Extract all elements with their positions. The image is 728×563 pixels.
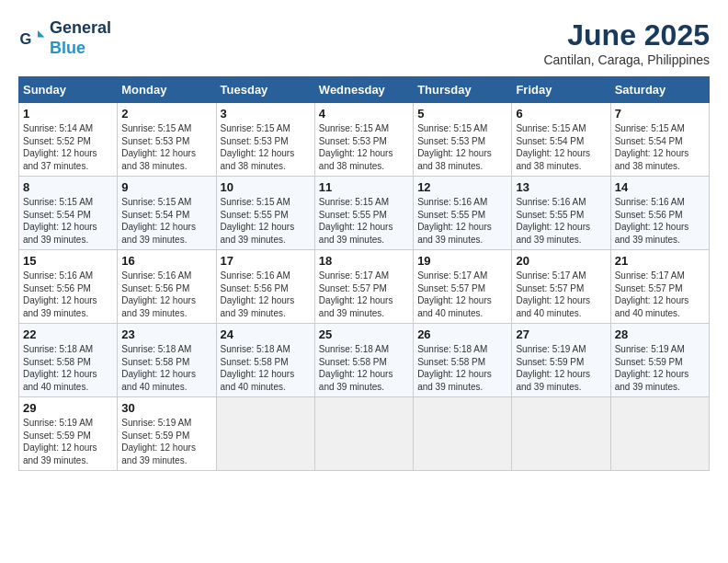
table-row bbox=[414, 397, 512, 471]
day-number: 13 bbox=[516, 180, 606, 194]
table-row: 9 Sunrise: 5:15 AM Sunset: 5:54 PM Dayli… bbox=[118, 177, 216, 250]
table-row: 5 Sunrise: 5:15 AM Sunset: 5:53 PM Dayli… bbox=[414, 103, 512, 177]
header-tuesday: Tuesday bbox=[216, 77, 314, 103]
table-row: 21 Sunrise: 5:17 AM Sunset: 5:57 PM Dayl… bbox=[610, 250, 709, 324]
day-number: 20 bbox=[516, 254, 606, 268]
day-number: 3 bbox=[221, 107, 311, 121]
page-header: G GeneralBlue June 2025 Cantilan, Caraga… bbox=[18, 18, 710, 67]
day-number: 7 bbox=[615, 107, 705, 121]
header-monday: Monday bbox=[118, 77, 216, 103]
table-row: 29 Sunrise: 5:19 AM Sunset: 5:59 PM Dayl… bbox=[19, 397, 118, 471]
calendar-week-row: 1 Sunrise: 5:14 AM Sunset: 5:52 PM Dayli… bbox=[19, 103, 710, 177]
day-info: Sunrise: 5:16 AM Sunset: 5:56 PM Dayligh… bbox=[221, 270, 311, 319]
table-row: 12 Sunrise: 5:16 AM Sunset: 5:55 PM Dayl… bbox=[414, 177, 512, 250]
calendar-week-row: 22 Sunrise: 5:18 AM Sunset: 5:58 PM Dayl… bbox=[19, 324, 710, 397]
day-info: Sunrise: 5:15 AM Sunset: 5:53 PM Dayligh… bbox=[417, 122, 507, 172]
day-number: 14 bbox=[615, 180, 705, 194]
table-row: 6 Sunrise: 5:15 AM Sunset: 5:54 PM Dayli… bbox=[512, 103, 610, 177]
day-number: 30 bbox=[121, 401, 211, 415]
table-row: 13 Sunrise: 5:16 AM Sunset: 5:55 PM Dayl… bbox=[512, 177, 610, 250]
day-info: Sunrise: 5:18 AM Sunset: 5:58 PM Dayligh… bbox=[121, 343, 211, 393]
table-row: 8 Sunrise: 5:15 AM Sunset: 5:54 PM Dayli… bbox=[19, 177, 118, 250]
weekday-header-row: Sunday Monday Tuesday Wednesday Thursday… bbox=[19, 77, 710, 103]
table-row: 18 Sunrise: 5:17 AM Sunset: 5:57 PM Dayl… bbox=[314, 250, 413, 324]
table-row: 28 Sunrise: 5:19 AM Sunset: 5:59 PM Dayl… bbox=[610, 324, 709, 397]
day-info: Sunrise: 5:19 AM Sunset: 5:59 PM Dayligh… bbox=[23, 417, 113, 466]
day-number: 29 bbox=[23, 401, 113, 415]
day-number: 28 bbox=[615, 327, 705, 341]
day-info: Sunrise: 5:18 AM Sunset: 5:58 PM Dayligh… bbox=[319, 343, 409, 393]
day-info: Sunrise: 5:15 AM Sunset: 5:54 PM Dayligh… bbox=[23, 196, 113, 246]
day-number: 10 bbox=[221, 180, 311, 194]
day-info: Sunrise: 5:15 AM Sunset: 5:55 PM Dayligh… bbox=[319, 196, 409, 246]
table-row bbox=[512, 397, 610, 471]
table-row: 2 Sunrise: 5:15 AM Sunset: 5:53 PM Dayli… bbox=[118, 103, 216, 177]
day-info: Sunrise: 5:15 AM Sunset: 5:53 PM Dayligh… bbox=[221, 122, 311, 172]
calendar-week-row: 15 Sunrise: 5:16 AM Sunset: 5:56 PM Dayl… bbox=[19, 250, 710, 324]
table-row bbox=[610, 397, 709, 471]
day-number: 15 bbox=[23, 254, 113, 268]
day-info: Sunrise: 5:18 AM Sunset: 5:58 PM Dayligh… bbox=[221, 343, 311, 393]
table-row: 3 Sunrise: 5:15 AM Sunset: 5:53 PM Dayli… bbox=[216, 103, 314, 177]
header-wednesday: Wednesday bbox=[314, 77, 413, 103]
day-number: 16 bbox=[121, 254, 211, 268]
day-number: 17 bbox=[221, 254, 311, 268]
table-row: 1 Sunrise: 5:14 AM Sunset: 5:52 PM Dayli… bbox=[19, 103, 118, 177]
day-info: Sunrise: 5:19 AM Sunset: 5:59 PM Dayligh… bbox=[121, 417, 211, 466]
day-number: 2 bbox=[121, 107, 211, 121]
day-number: 25 bbox=[319, 327, 409, 341]
day-number: 24 bbox=[221, 327, 311, 341]
day-info: Sunrise: 5:17 AM Sunset: 5:57 PM Dayligh… bbox=[417, 270, 507, 319]
title-block: June 2025 Cantilan, Caraga, Philippines bbox=[543, 18, 710, 67]
day-info: Sunrise: 5:17 AM Sunset: 5:57 PM Dayligh… bbox=[516, 270, 606, 319]
calendar-body: 1 Sunrise: 5:14 AM Sunset: 5:52 PM Dayli… bbox=[19, 103, 710, 471]
month-title: June 2025 bbox=[543, 18, 710, 52]
table-row: 30 Sunrise: 5:19 AM Sunset: 5:59 PM Dayl… bbox=[118, 397, 216, 471]
table-row: 15 Sunrise: 5:16 AM Sunset: 5:56 PM Dayl… bbox=[19, 250, 118, 324]
day-number: 18 bbox=[319, 254, 409, 268]
table-row: 27 Sunrise: 5:19 AM Sunset: 5:59 PM Dayl… bbox=[512, 324, 610, 397]
day-info: Sunrise: 5:16 AM Sunset: 5:56 PM Dayligh… bbox=[23, 270, 113, 319]
day-number: 23 bbox=[121, 327, 211, 341]
day-info: Sunrise: 5:15 AM Sunset: 5:53 PM Dayligh… bbox=[319, 122, 409, 172]
header-friday: Friday bbox=[512, 77, 610, 103]
day-info: Sunrise: 5:16 AM Sunset: 5:56 PM Dayligh… bbox=[615, 196, 705, 246]
table-row: 14 Sunrise: 5:16 AM Sunset: 5:56 PM Dayl… bbox=[610, 177, 709, 250]
day-info: Sunrise: 5:15 AM Sunset: 5:54 PM Dayligh… bbox=[516, 122, 606, 172]
svg-text:G: G bbox=[20, 30, 32, 47]
day-info: Sunrise: 5:17 AM Sunset: 5:57 PM Dayligh… bbox=[319, 270, 409, 319]
table-row: 10 Sunrise: 5:15 AM Sunset: 5:55 PM Dayl… bbox=[216, 177, 314, 250]
day-info: Sunrise: 5:19 AM Sunset: 5:59 PM Dayligh… bbox=[516, 343, 606, 393]
day-number: 8 bbox=[23, 180, 113, 194]
location: Cantilan, Caraga, Philippines bbox=[543, 52, 710, 67]
day-info: Sunrise: 5:14 AM Sunset: 5:52 PM Dayligh… bbox=[23, 122, 113, 172]
svg-marker-1 bbox=[38, 30, 45, 38]
day-info: Sunrise: 5:16 AM Sunset: 5:56 PM Dayligh… bbox=[121, 270, 211, 319]
day-number: 11 bbox=[319, 180, 409, 194]
logo: G GeneralBlue bbox=[18, 18, 111, 58]
day-number: 5 bbox=[417, 107, 507, 121]
day-info: Sunrise: 5:15 AM Sunset: 5:55 PM Dayligh… bbox=[221, 196, 311, 246]
header-sunday: Sunday bbox=[19, 77, 118, 103]
table-row bbox=[314, 397, 413, 471]
day-info: Sunrise: 5:15 AM Sunset: 5:53 PM Dayligh… bbox=[121, 122, 211, 172]
table-row: 25 Sunrise: 5:18 AM Sunset: 5:58 PM Dayl… bbox=[314, 324, 413, 397]
logo-icon: G bbox=[18, 25, 46, 52]
day-number: 27 bbox=[516, 327, 606, 341]
logo-text: GeneralBlue bbox=[50, 18, 111, 58]
table-row bbox=[216, 397, 314, 471]
calendar-table: Sunday Monday Tuesday Wednesday Thursday… bbox=[18, 76, 710, 471]
day-info: Sunrise: 5:15 AM Sunset: 5:54 PM Dayligh… bbox=[121, 196, 211, 246]
day-number: 26 bbox=[417, 327, 507, 341]
table-row: 4 Sunrise: 5:15 AM Sunset: 5:53 PM Dayli… bbox=[314, 103, 413, 177]
day-number: 21 bbox=[615, 254, 705, 268]
day-info: Sunrise: 5:15 AM Sunset: 5:54 PM Dayligh… bbox=[615, 122, 705, 172]
day-number: 22 bbox=[23, 327, 113, 341]
calendar-week-row: 8 Sunrise: 5:15 AM Sunset: 5:54 PM Dayli… bbox=[19, 177, 710, 250]
header-saturday: Saturday bbox=[610, 77, 709, 103]
day-number: 12 bbox=[417, 180, 507, 194]
day-number: 19 bbox=[417, 254, 507, 268]
day-info: Sunrise: 5:19 AM Sunset: 5:59 PM Dayligh… bbox=[615, 343, 705, 393]
day-info: Sunrise: 5:16 AM Sunset: 5:55 PM Dayligh… bbox=[417, 196, 507, 246]
day-info: Sunrise: 5:16 AM Sunset: 5:55 PM Dayligh… bbox=[516, 196, 606, 246]
